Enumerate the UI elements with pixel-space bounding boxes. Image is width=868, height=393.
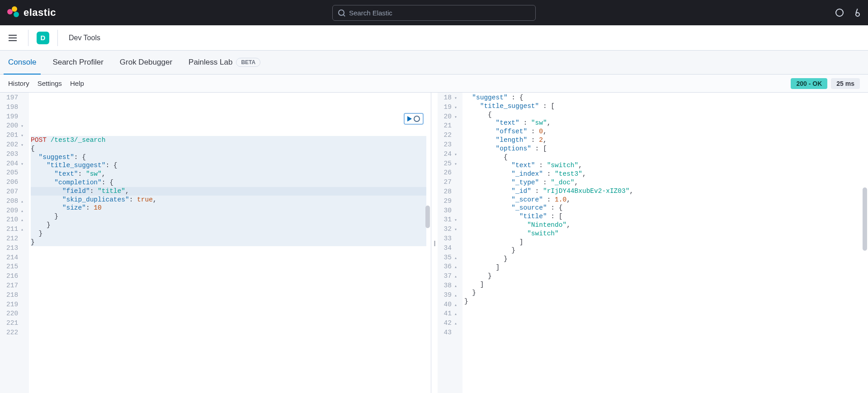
request-actions (404, 113, 424, 125)
tabs-container: ConsoleSearch ProfilerGrok DebuggerPainl… (0, 51, 868, 75)
timing-badge: 25 ms (831, 78, 860, 89)
editor-split: 197 198 199 200▾201▾202▾203 204▾205 206 … (0, 93, 868, 393)
scrollbar-thumb[interactable] (425, 206, 430, 228)
hamburger-menu-button[interactable] (5, 31, 20, 45)
app-bar: D Dev Tools (0, 25, 868, 51)
request-code[interactable]: POST /test3/_search{ "suggest": { "title… (29, 93, 430, 393)
pane-splitter[interactable] (431, 93, 438, 393)
settings-link[interactable]: Settings (38, 80, 62, 87)
response-gutter: 18▾19▾20▾21 22 23 24▾25▾26 27 28 29 30 3… (438, 93, 462, 393)
status-badge: 200 - OK (791, 78, 827, 89)
space-badge[interactable]: D (37, 32, 49, 44)
divider (28, 30, 28, 46)
search-icon (338, 9, 344, 16)
divider (57, 30, 58, 46)
scrollbar-thumb[interactable] (863, 187, 867, 251)
tab-search-profiler[interactable]: Search Profiler (52, 51, 103, 74)
app-title: Dev Tools (69, 34, 100, 42)
help-icon[interactable] (853, 9, 861, 17)
topbar: elastic Search Elastic (0, 0, 868, 25)
console-toolbar: History Settings Help 200 - OK 25 ms (0, 75, 868, 93)
response-editor-pane[interactable]: 18▾19▾20▾21 22 23 24▾25▾26 27 28 29 30 3… (438, 93, 868, 393)
tab-console[interactable]: Console (8, 51, 36, 74)
help-link[interactable]: Help (70, 80, 84, 87)
history-link[interactable]: History (8, 80, 29, 87)
brand-text: elastic (24, 7, 56, 19)
wrench-icon[interactable] (414, 116, 420, 122)
response-code: "suggest" : { "title_suggest" : [ { "tex… (462, 93, 868, 393)
request-gutter: 197 198 199 200▾201▾202▾203 204▾205 206 … (0, 93, 29, 393)
request-editor-pane[interactable]: 197 198 199 200▾201▾202▾203 204▾205 206 … (0, 93, 431, 393)
tab-painless-lab[interactable]: Painless LabBETA (189, 51, 260, 74)
play-icon[interactable] (407, 116, 412, 122)
beta-badge: BETA (236, 58, 260, 67)
elastic-logo-icon (7, 6, 20, 19)
search-placeholder: Search Elastic (349, 9, 392, 17)
elastic-logo[interactable]: elastic (7, 6, 56, 19)
global-search[interactable]: Search Elastic (332, 5, 536, 21)
topbar-right (835, 9, 861, 17)
newsfeed-icon[interactable] (835, 9, 844, 17)
tab-grok-debugger[interactable]: Grok Debugger (120, 51, 172, 74)
